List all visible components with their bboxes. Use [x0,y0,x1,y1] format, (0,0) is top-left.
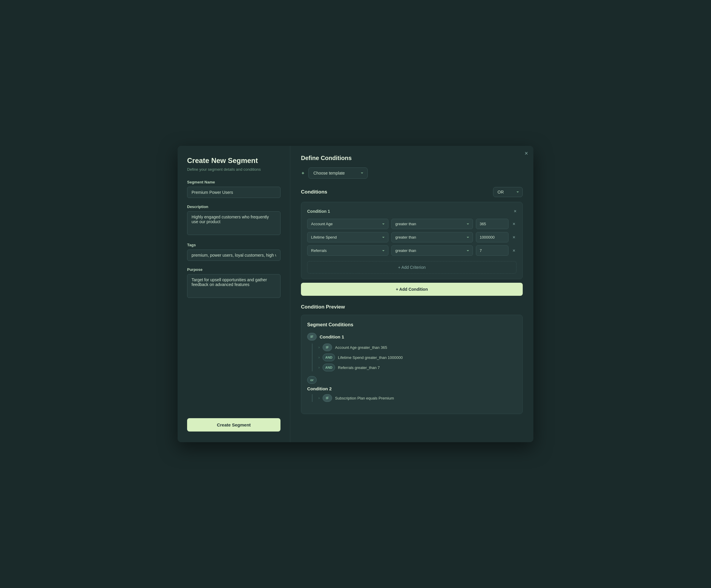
or-divider: or [307,376,517,384]
chevron-icon: › [319,355,320,360]
segment-name-input[interactable] [187,187,280,198]
or-badge: or [307,376,317,384]
preview-criterion-text-3: Referrals greater_than 7 [338,365,380,370]
criterion-row-2: Lifetime Spend Account Age Referrals gre… [307,232,517,242]
preview-criterion-text-2: Lifetime Spend greater_than 1000000 [338,355,403,360]
segment-name-field-group: Segment Name [187,180,280,198]
conditions-header: Conditions OR AND [301,187,523,197]
preview-criterion-row-3: › AND Referrals greater_than 7 [319,364,517,371]
panel-subtitle: Define your segment details and conditio… [187,167,280,172]
segment-name-label: Segment Name [187,180,280,184]
tags-field-group: Tags [187,243,280,261]
preview-criterion-row-1: › IF Account Age greater_than 365 [319,344,517,351]
template-row: ✦ Choose template [301,168,523,179]
preview-if-badge-1: IF [323,344,332,351]
criterion-3-remove-button[interactable]: × [512,247,517,255]
template-icon: ✦ [301,170,305,176]
preview-box-title: Segment Conditions [307,322,517,327]
chevron-icon: › [319,365,320,370]
condition-preview-section: Condition Preview Segment Conditions IF … [301,304,523,414]
preview-condition-1-label: Condition 1 [320,334,344,339]
purpose-field-group: Purpose Target for upsell opportunities … [187,267,280,299]
right-panel: Define Conditions ✦ Choose template Cond… [290,146,533,442]
define-conditions-title: Define Conditions [301,155,523,161]
preview-box: Segment Conditions IF Condition 1 › IF A… [301,315,523,414]
preview-criterion-text-1: Account Age greater_than 365 [335,345,387,350]
preview-and-badge-1: AND [323,353,335,361]
preview-section-title: Condition Preview [301,304,523,310]
criterion-1-field-select[interactable]: Account Age Lifetime Spend Referrals [307,219,388,229]
preview-and-badge-2: AND [323,364,335,371]
criterion-3-operator-select[interactable]: greater than less than equals [391,245,473,256]
chevron-icon: › [319,396,320,400]
preview-condition-1: IF Condition 1 › IF Account Age greater_… [307,333,517,371]
preview-condition-2-label: Condition 2 [307,386,332,391]
preview-condition-1-header: IF Condition 1 [307,333,517,341]
condition-1-close-button[interactable]: × [514,209,517,214]
create-segment-button[interactable]: Create Segment [187,418,280,432]
add-condition-button[interactable]: + Add Condition [301,283,523,296]
criterion-2-remove-button[interactable]: × [512,234,517,241]
preview-criterion-text-4: Subscription Plan equals Premium [335,396,394,400]
criterion-3-value-input[interactable] [476,245,509,256]
purpose-label: Purpose [187,267,280,272]
tags-input[interactable] [187,249,280,261]
preview-condition-1-criteria: › IF Account Age greater_than 365 › AND … [312,344,517,371]
description-label: Description [187,204,280,209]
criterion-1-operator-select[interactable]: greater than less than equals [391,219,473,229]
left-panel: Create New Segment Define your segment d… [178,146,290,442]
panel-title: Create New Segment [187,156,280,165]
criterion-2-value-input[interactable] [476,232,509,242]
tags-label: Tags [187,243,280,247]
preview-criterion-row-4: › IF Subscription Plan equals Premium [319,394,517,402]
criterion-1-value-input[interactable] [476,219,509,229]
chevron-icon: › [319,345,320,349]
criterion-2-field-select[interactable]: Lifetime Spend Account Age Referrals [307,232,388,242]
create-segment-modal: × Create New Segment Define your segment… [178,146,533,442]
criterion-row-1: Account Age Lifetime Spend Referrals gre… [307,219,517,229]
criterion-row-3: Referrals Account Age Lifetime Spend gre… [307,245,517,256]
create-btn-container: Create Segment [187,406,280,432]
preview-condition-1-if-badge: IF [307,333,317,341]
add-criterion-button[interactable]: + Add Criterion [307,261,517,274]
purpose-input[interactable]: Target for upsell opportunities and gath… [187,274,280,298]
description-field-group: Description Highly engaged customers who… [187,204,280,236]
criterion-1-remove-button[interactable]: × [512,220,517,228]
modal-close-button[interactable]: × [524,150,528,157]
template-select[interactable]: Choose template [308,168,368,179]
preview-condition-2: Condition 2 › IF Subscription Plan equal… [307,386,517,402]
conditions-label: Conditions [301,189,327,195]
preview-condition-2-header: Condition 2 [307,386,517,391]
criterion-3-field-select[interactable]: Referrals Account Age Lifetime Spend [307,245,388,256]
condition-1-box: Condition 1 × Account Age Lifetime Spend… [301,202,523,279]
condition-1-header: Condition 1 × [307,209,517,214]
preview-condition-2-criteria: › IF Subscription Plan equals Premium [312,394,517,402]
description-input[interactable]: Highly engaged customers who frequently … [187,211,280,235]
preview-criterion-row-2: › AND Lifetime Spend greater_than 100000… [319,353,517,361]
condition-1-title: Condition 1 [307,209,330,214]
preview-if-badge-2: IF [323,394,332,402]
criterion-2-operator-select[interactable]: greater than less than equals [391,232,473,242]
operator-select[interactable]: OR AND [493,187,523,197]
